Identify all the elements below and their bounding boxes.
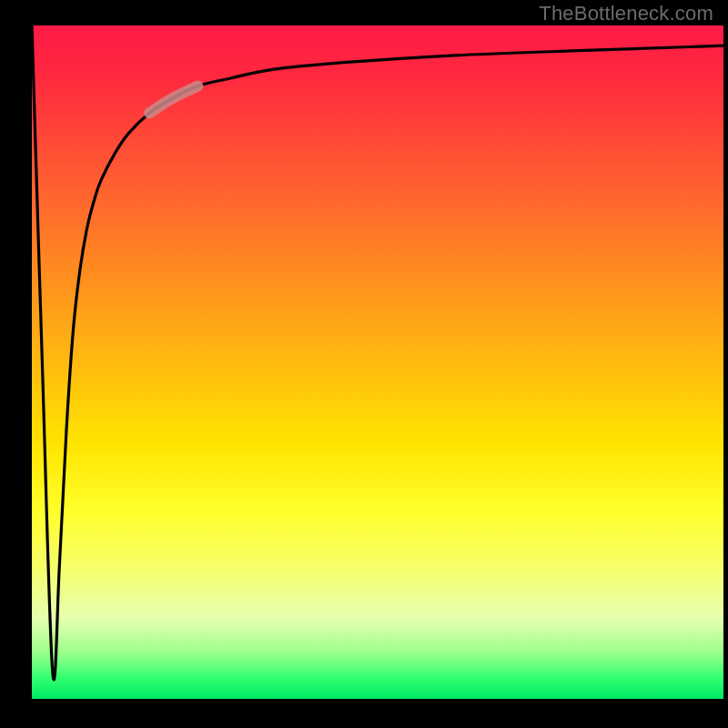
bottleneck-curve-path <box>32 25 723 680</box>
plot-area <box>32 25 723 699</box>
highlight-segment <box>149 86 197 114</box>
curve-svg <box>32 25 723 699</box>
chart-frame: TheBottleneck.com <box>0 0 728 728</box>
watermark-text: TheBottleneck.com <box>539 2 713 25</box>
